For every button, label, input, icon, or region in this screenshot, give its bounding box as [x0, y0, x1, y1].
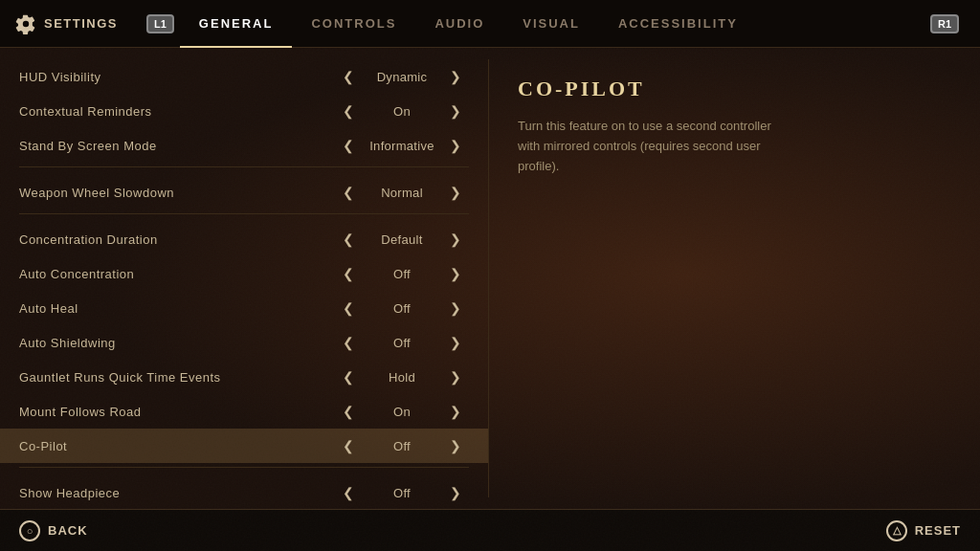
stand-by-right-arrow[interactable]: ❯: [450, 138, 461, 153]
settings-group-4: Show Headpiece ❮ Off ❯: [0, 475, 488, 509]
co-pilot-right-arrow[interactable]: ❯: [450, 438, 461, 453]
gauntlet-runs-left-arrow[interactable]: ❮: [343, 369, 354, 385]
reset-button[interactable]: △ Reset: [886, 520, 961, 541]
separator-3: [19, 467, 469, 468]
back-label: Back: [48, 523, 88, 538]
weapon-wheel-right-arrow[interactable]: ❯: [450, 185, 461, 200]
tab-general[interactable]: GENERAL: [180, 0, 293, 48]
separator-2: [19, 213, 469, 214]
setting-co-pilot[interactable]: Co-Pilot ❮ Off ❯: [0, 429, 488, 463]
auto-concentration-left-arrow[interactable]: ❮: [343, 266, 354, 281]
settings-title-label: SETTINGS: [44, 16, 118, 31]
auto-shieldwing-right-arrow[interactable]: ❯: [450, 335, 461, 350]
reset-label: Reset: [915, 523, 961, 538]
concentration-duration-right-arrow[interactable]: ❯: [450, 231, 461, 247]
r1-badge[interactable]: R1: [930, 14, 959, 33]
settings-panel: HUD Visibility ❮ Dynamic ❯ Contextual Re…: [0, 48, 488, 509]
hud-visibility-right-arrow[interactable]: ❯: [450, 69, 461, 84]
stand-by-left-arrow[interactable]: ❮: [343, 138, 354, 153]
back-button[interactable]: ○ Back: [19, 520, 88, 541]
settings-group-2: Weapon Wheel Slowdown ❮ Normal ❯: [0, 175, 488, 209]
settings-group-1: HUD Visibility ❮ Dynamic ❯ Contextual Re…: [0, 59, 488, 163]
info-panel: CO-PILOT Turn this feature on to use a s…: [489, 48, 980, 509]
contextual-reminders-right-arrow[interactable]: ❯: [450, 103, 461, 119]
settings-logo: SETTINGS: [15, 13, 118, 34]
show-headpiece-left-arrow[interactable]: ❮: [343, 485, 354, 500]
reset-icon: △: [886, 520, 907, 541]
tab-visual[interactable]: VISUAL: [503, 0, 599, 48]
main-content: HUD Visibility ❮ Dynamic ❯ Contextual Re…: [0, 48, 980, 509]
setting-mount-follows-road[interactable]: Mount Follows Road ❮ On ❯: [0, 394, 488, 429]
back-icon: ○: [19, 520, 40, 541]
setting-auto-shieldwing[interactable]: Auto Shieldwing ❮ Off ❯: [0, 325, 488, 360]
auto-heal-left-arrow[interactable]: ❮: [343, 300, 354, 316]
mount-follows-road-left-arrow[interactable]: ❮: [343, 404, 354, 419]
setting-show-headpiece[interactable]: Show Headpiece ❮ Off ❯: [0, 475, 488, 509]
concentration-duration-left-arrow[interactable]: ❮: [343, 231, 354, 247]
setting-gauntlet-runs[interactable]: Gauntlet Runs Quick Time Events ❮ Hold ❯: [0, 360, 488, 394]
setting-weapon-wheel[interactable]: Weapon Wheel Slowdown ❮ Normal ❯: [0, 175, 488, 209]
settings-group-3: Concentration Duration ❮ Default ❯ Auto …: [0, 222, 488, 463]
hud-visibility-left-arrow[interactable]: ❮: [343, 69, 354, 84]
tab-accessibility[interactable]: ACCESSIBILITY: [599, 0, 757, 48]
separator-1: [19, 166, 469, 167]
l1-badge[interactable]: L1: [146, 14, 174, 33]
nav-bar: SETTINGS L1 GENERAL CONTROLS AUDIO VISUA…: [0, 0, 980, 48]
gauntlet-runs-right-arrow[interactable]: ❯: [450, 369, 461, 385]
auto-shieldwing-left-arrow[interactable]: ❮: [343, 335, 354, 350]
setting-auto-heal[interactable]: Auto Heal ❮ Off ❯: [0, 291, 488, 325]
tab-controls[interactable]: CONTROLS: [292, 0, 415, 48]
setting-stand-by-screen[interactable]: Stand By Screen Mode ❮ Informative ❯: [0, 128, 488, 163]
tab-audio[interactable]: AUDIO: [415, 0, 503, 48]
bottom-bar: ○ Back △ Reset: [0, 509, 980, 551]
setting-auto-concentration[interactable]: Auto Concentration ❮ Off ❯: [0, 256, 488, 291]
info-title: CO-PILOT: [518, 77, 951, 101]
info-description: Turn this feature on to use a second con…: [518, 117, 786, 176]
mount-follows-road-right-arrow[interactable]: ❯: [450, 404, 461, 419]
contextual-reminders-left-arrow[interactable]: ❮: [343, 103, 354, 119]
auto-concentration-right-arrow[interactable]: ❯: [450, 266, 461, 281]
weapon-wheel-left-arrow[interactable]: ❮: [343, 185, 354, 200]
show-headpiece-right-arrow[interactable]: ❯: [450, 485, 461, 500]
setting-concentration-duration[interactable]: Concentration Duration ❮ Default ❯: [0, 222, 488, 256]
setting-hud-visibility[interactable]: HUD Visibility ❮ Dynamic ❯: [0, 59, 488, 94]
auto-heal-right-arrow[interactable]: ❯: [450, 300, 461, 316]
nav-tabs: GENERAL CONTROLS AUDIO VISUAL ACCESSIBIL…: [180, 0, 924, 48]
setting-contextual-reminders[interactable]: Contextual Reminders ❮ On ❯: [0, 94, 488, 128]
co-pilot-left-arrow[interactable]: ❮: [343, 438, 354, 453]
gear-icon: [15, 13, 36, 34]
